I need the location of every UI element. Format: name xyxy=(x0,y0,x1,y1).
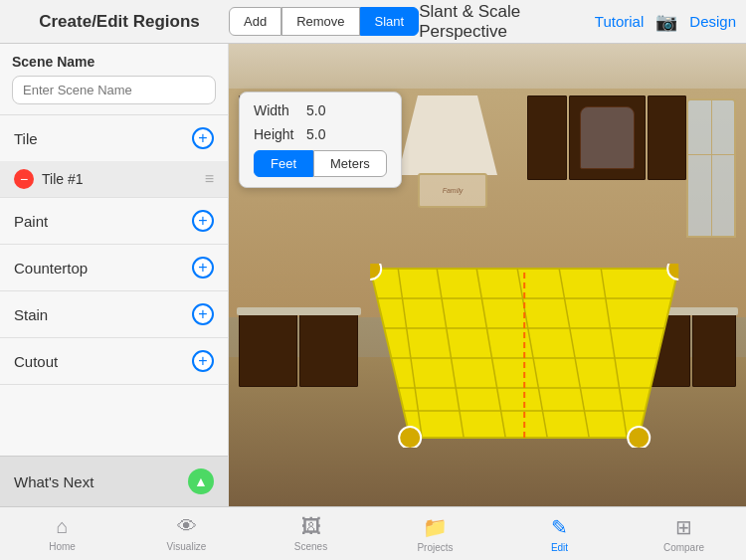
category-countertop: Countertop + xyxy=(0,245,228,291)
tab-scenes[interactable]: 🖼 Scenes xyxy=(249,511,373,556)
height-value: 5.0 xyxy=(306,126,325,142)
tab-projects[interactable]: 📁 Projects xyxy=(373,511,497,557)
remove-tile-button[interactable]: − xyxy=(14,169,34,189)
tab-slant[interactable]: Slant xyxy=(360,7,420,36)
bottom-bar: ⌂ Home 👁 Visualize 🖼 Scenes 📁 Projects ✎… xyxy=(0,506,746,560)
category-cutout: Cutout + xyxy=(0,338,228,385)
scene-name-section: Scene Name xyxy=(0,44,228,115)
center-title: Slant & Scale Perspective xyxy=(419,2,577,42)
compare-label: Compare xyxy=(663,542,704,553)
top-bar: Create/Edit Regions Add Remove Slant Sla… xyxy=(0,0,746,44)
scenes-icon: 🖼 xyxy=(301,515,321,538)
grid-svg xyxy=(370,264,678,448)
category-paint: Paint + xyxy=(0,198,228,245)
lower-left-cabinets xyxy=(239,312,358,387)
category-tile: Tile + − Tile #1 ≡ xyxy=(0,115,228,198)
tab-home[interactable]: ⌂ Home xyxy=(0,511,124,556)
add-stain-button[interactable]: + xyxy=(192,303,214,325)
tutorial-link[interactable]: Tutorial xyxy=(595,13,644,30)
projects-label: Projects xyxy=(417,542,453,553)
add-tile-button[interactable]: + xyxy=(192,127,214,149)
scene-area: Family Width 5.0 Height 5.0 Feet Meters xyxy=(229,44,746,506)
tile-dots: ≡ xyxy=(205,170,214,188)
main-content: Scene Name Tile + − Tile #1 ≡ Paint xyxy=(0,44,746,506)
category-stain: Stain + xyxy=(0,291,228,338)
scene-name-label: Scene Name xyxy=(12,54,216,70)
cutout-category-label: Cutout xyxy=(14,353,58,370)
svg-point-14 xyxy=(399,427,421,448)
tab-visualize[interactable]: 👁 Visualize xyxy=(124,511,249,556)
countertop-category-row[interactable]: Countertop + xyxy=(0,245,228,290)
tab-add[interactable]: Add xyxy=(229,7,281,36)
upper-right-cabinets xyxy=(527,95,686,180)
whats-next-label: What's Next xyxy=(14,473,93,490)
tile-name: Tile #1 xyxy=(42,171,197,187)
paint-category-label: Paint xyxy=(14,213,48,230)
ceiling xyxy=(229,44,746,89)
top-tabs: Add Remove Slant xyxy=(229,7,419,36)
scene-name-input[interactable] xyxy=(12,76,216,104)
compare-icon: ⊞ xyxy=(675,515,692,539)
top-bar-right: Tutorial 📷 Design xyxy=(577,11,736,33)
add-cutout-button[interactable]: + xyxy=(192,350,214,372)
add-paint-button[interactable]: + xyxy=(192,210,214,232)
projects-icon: 📁 xyxy=(423,515,448,539)
tab-remove[interactable]: Remove xyxy=(281,7,359,36)
cutout-category-row[interactable]: Cutout + xyxy=(0,338,228,384)
stain-category-row[interactable]: Stain + xyxy=(0,291,228,337)
visualize-label: Visualize xyxy=(167,541,207,552)
page-title: Create/Edit Regions xyxy=(10,12,229,32)
width-label: Width xyxy=(254,102,298,118)
tile-item: − Tile #1 ≡ xyxy=(0,161,228,197)
svg-point-15 xyxy=(628,427,650,448)
sidebar-items: Tile + − Tile #1 ≡ Paint + Count xyxy=(0,115,228,456)
countertop-left xyxy=(237,307,361,315)
whats-next-bar: What's Next ▲ xyxy=(0,456,228,506)
window xyxy=(686,98,736,238)
paint-category-row[interactable]: Paint + xyxy=(0,198,228,244)
tile-category-row[interactable]: Tile + xyxy=(0,115,228,161)
scenes-label: Scenes xyxy=(294,541,327,552)
whats-next-button[interactable]: ▲ xyxy=(188,468,214,494)
home-label: Home xyxy=(49,541,76,552)
unit-tabs: Feet Meters xyxy=(254,150,387,177)
countertop-category-label: Countertop xyxy=(14,260,88,277)
sidebar: Scene Name Tile + − Tile #1 ≡ Paint xyxy=(0,44,229,506)
dimension-popup: Width 5.0 Height 5.0 Feet Meters xyxy=(239,92,402,188)
tab-compare[interactable]: ⊞ Compare xyxy=(622,511,746,557)
unit-feet-button[interactable]: Feet xyxy=(254,150,313,177)
grid-container xyxy=(370,264,678,452)
unit-meters-button[interactable]: Meters xyxy=(313,150,387,177)
family-sign: Family xyxy=(418,173,487,208)
visualize-icon: 👁 xyxy=(177,515,197,538)
tab-edit[interactable]: ✎ Edit xyxy=(497,511,622,557)
height-row: Height 5.0 xyxy=(254,126,387,142)
edit-label: Edit xyxy=(551,542,568,553)
design-link[interactable]: Design xyxy=(689,13,736,30)
width-value: 5.0 xyxy=(306,102,325,118)
stain-category-label: Stain xyxy=(14,306,48,323)
add-countertop-button[interactable]: + xyxy=(192,257,214,279)
tile-category-label: Tile xyxy=(14,130,38,147)
edit-icon: ✎ xyxy=(551,515,568,539)
width-row: Width 5.0 xyxy=(254,102,387,118)
height-label: Height xyxy=(254,126,298,142)
home-icon: ⌂ xyxy=(56,515,68,538)
camera-icon[interactable]: 📷 xyxy=(655,11,677,33)
